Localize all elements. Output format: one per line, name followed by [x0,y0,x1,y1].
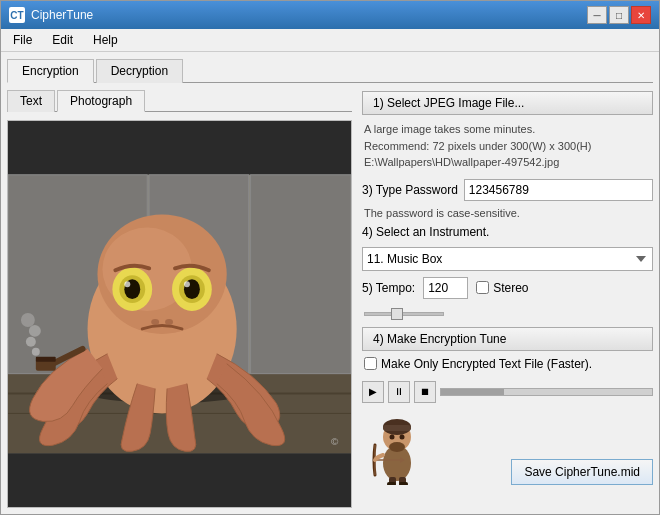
sub-tabs: Text Photograph [7,89,352,112]
case-note: The password is case-sensitive. [362,207,653,219]
stereo-row: Stereo [476,281,528,295]
bottom-row: Save CipherTune.mid [362,415,653,485]
svg-point-33 [389,434,394,439]
close-button[interactable]: ✕ [631,6,651,24]
tempo-input[interactable] [423,277,468,299]
maximize-button[interactable]: □ [609,6,629,24]
file-path: E:\Wallpapers\HD\wallpaper-497542.jpg [364,154,653,171]
window-title: CipherTune [31,8,93,22]
svg-point-21 [124,281,130,287]
encrypt-only-label: Make Only Encrypted Text File (Faster). [381,357,592,371]
svg-point-26 [151,319,159,325]
stereo-label: Stereo [493,281,528,295]
character-area [362,415,432,485]
svg-point-27 [165,319,173,325]
menu-edit[interactable]: Edit [44,31,81,49]
playback-row: ▶ ⏸ ⏹ [362,381,653,403]
title-bar-left: CT CipherTune [9,7,93,23]
svg-rect-32 [383,425,411,431]
left-panel: Text Photograph [7,89,352,508]
title-bar-buttons: ─ □ ✕ [587,6,651,24]
password-input[interactable] [464,179,653,201]
svg-point-16 [29,325,41,337]
svg-point-35 [389,442,405,452]
octopus-image: © [8,121,351,507]
main-area: Text Photograph [7,89,653,508]
save-button[interactable]: Save CipherTune.mid [511,459,653,485]
make-tune-button[interactable]: 4) Make Encryption Tune [362,327,653,351]
progress-bar [440,388,653,396]
stereo-checkbox[interactable] [476,281,489,294]
tempo-row: 5) Tempo: Stereo [362,277,653,299]
password-label: 3) Type Password [362,183,458,197]
subtab-photograph[interactable]: Photograph [57,90,145,112]
menu-file[interactable]: File [5,31,40,49]
character-icon [365,415,430,485]
main-window: CT CipherTune ─ □ ✕ File Edit Help Encry… [0,0,660,515]
app-icon: CT [9,7,25,23]
tab-decryption[interactable]: Decryption [96,59,183,83]
slider-row [362,305,653,319]
progress-bar-fill [441,389,504,395]
svg-point-25 [184,281,190,287]
pause-button[interactable]: ⏸ [388,381,410,403]
instrument-label: 4) Select an Instrument. [362,225,653,239]
file-info: A large image takes some minutes. Recomm… [362,121,653,171]
title-bar: CT CipherTune ─ □ ✕ [1,1,659,29]
minimize-button[interactable]: ─ [587,6,607,24]
select-file-button[interactable]: 1) Select JPEG Image File... [362,91,653,115]
password-row: 3) Type Password [362,179,653,201]
right-panel: 1) Select JPEG Image File... A large ima… [362,89,653,508]
encrypt-only-row: Make Only Encrypted Text File (Faster). [362,357,653,371]
stop-button[interactable]: ⏹ [414,381,436,403]
svg-rect-41 [387,482,396,485]
menu-bar: File Edit Help [1,29,659,52]
subtab-text[interactable]: Text [7,90,55,112]
svg-rect-7 [251,175,351,374]
svg-rect-13 [36,357,56,362]
file-info-line2: Recommend: 72 pixels under 300(W) x 300(… [364,138,653,155]
svg-rect-42 [399,482,408,485]
svg-point-17 [21,313,35,327]
svg-point-15 [26,337,36,347]
file-info-line1: A large image takes some minutes. [364,121,653,138]
main-tabs: Encryption Decryption [7,58,653,83]
encrypt-only-checkbox[interactable] [364,357,377,370]
tab-encryption[interactable]: Encryption [7,59,94,83]
instrument-select[interactable]: 11. Music Box [362,247,653,271]
svg-point-14 [32,348,40,356]
tempo-label: 5) Tempo: [362,281,415,295]
play-button[interactable]: ▶ [362,381,384,403]
svg-point-34 [399,434,404,439]
svg-text:©: © [331,436,339,447]
photo-area: © [7,120,352,508]
content-area: Encryption Decryption Text Photograph [1,52,659,514]
menu-help[interactable]: Help [85,31,126,49]
tempo-slider[interactable] [364,312,444,316]
